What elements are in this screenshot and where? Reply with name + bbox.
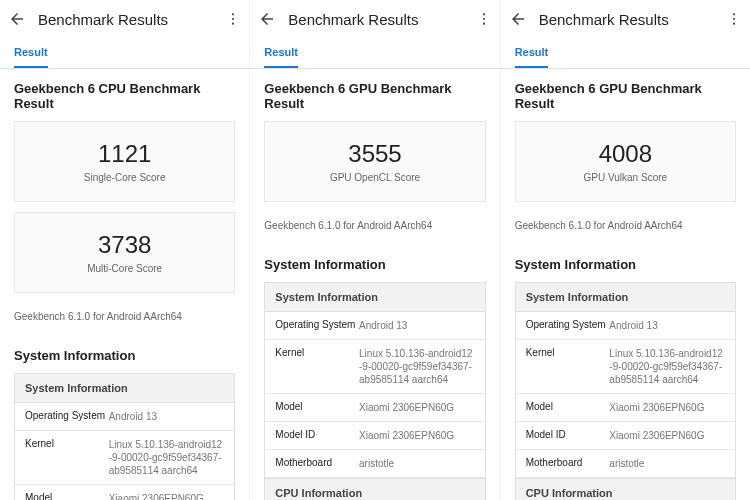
score-card: 3555 GPU OpenCL Score bbox=[264, 121, 485, 202]
info-row: Model Xiaomi 2306EPN60G bbox=[516, 394, 735, 422]
info-key: Model bbox=[526, 401, 610, 414]
tab-result[interactable]: Result bbox=[14, 38, 48, 68]
benchmark-panel: Benchmark Results Result Geekbench 6 CPU… bbox=[0, 0, 249, 500]
version-text: Geekbench 6.1.0 for Android AArch64 bbox=[0, 303, 249, 336]
system-info-table: Operating System Android 13 Kernel Linux… bbox=[515, 312, 736, 478]
info-key: Operating System bbox=[25, 410, 109, 423]
info-val: Xiaomi 2306EPN60G bbox=[109, 492, 225, 500]
score-card: 1121 Single-Core Score bbox=[14, 121, 235, 202]
back-arrow-icon[interactable] bbox=[8, 10, 26, 28]
tab-result[interactable]: Result bbox=[515, 38, 549, 68]
topbar: Benchmark Results bbox=[250, 0, 499, 38]
info-row: Model Xiaomi 2306EPN60G bbox=[265, 394, 484, 422]
info-key: Kernel bbox=[275, 347, 359, 386]
svg-point-3 bbox=[483, 13, 485, 15]
info-val: Android 13 bbox=[359, 319, 475, 332]
info-row: Kernel Linux 5.10.136-android12-9-00020-… bbox=[516, 340, 735, 394]
info-val: Linux 5.10.136-android12-9-00020-gc9f59e… bbox=[609, 347, 725, 386]
back-arrow-icon[interactable] bbox=[509, 10, 527, 28]
system-info-heading: System Information bbox=[501, 245, 750, 282]
svg-point-1 bbox=[232, 18, 234, 20]
svg-point-2 bbox=[232, 23, 234, 25]
tab-row: Result bbox=[0, 38, 249, 69]
result-title: Geekbench 6 GPU Benchmark Result bbox=[501, 69, 750, 121]
info-row: Motherboard aristotle bbox=[516, 450, 735, 478]
info-val: Linux 5.10.136-android12-9-00020-gc9f59e… bbox=[359, 347, 475, 386]
cpu-info-header: CPU Information bbox=[515, 478, 736, 500]
info-key: Model bbox=[275, 401, 359, 414]
info-key: Model ID bbox=[275, 429, 359, 442]
score-label: Single-Core Score bbox=[25, 172, 224, 183]
result-title: Geekbench 6 GPU Benchmark Result bbox=[250, 69, 499, 121]
info-val: Xiaomi 2306EPN60G bbox=[359, 429, 475, 442]
cpu-info-header: CPU Information bbox=[264, 478, 485, 500]
info-val: aristotle bbox=[609, 457, 725, 470]
score-label: Multi-Core Score bbox=[25, 263, 224, 274]
info-row: Kernel Linux 5.10.136-android12-9-00020-… bbox=[15, 431, 234, 485]
info-row: Model ID Xiaomi 2306EPN60G bbox=[265, 422, 484, 450]
info-key: Kernel bbox=[25, 438, 109, 477]
info-val: Android 13 bbox=[109, 410, 225, 423]
info-key: Motherboard bbox=[275, 457, 359, 470]
info-row: Kernel Linux 5.10.136-android12-9-00020-… bbox=[265, 340, 484, 394]
score-value: 3555 bbox=[275, 140, 474, 168]
svg-point-5 bbox=[483, 23, 485, 25]
tab-row: Result bbox=[250, 38, 499, 69]
scroll-content[interactable]: Geekbench 6 GPU Benchmark Result 3555 GP… bbox=[250, 69, 499, 500]
score-value: 1121 bbox=[25, 140, 224, 168]
svg-point-4 bbox=[483, 18, 485, 20]
more-options-icon[interactable] bbox=[476, 11, 492, 27]
version-text: Geekbench 6.1.0 for Android AArch64 bbox=[250, 212, 499, 245]
score-label: GPU OpenCL Score bbox=[275, 172, 474, 183]
info-val: Xiaomi 2306EPN60G bbox=[609, 429, 725, 442]
system-info-table: Operating System Android 13 Kernel Linux… bbox=[14, 403, 235, 500]
more-options-icon[interactable] bbox=[726, 11, 742, 27]
tab-result[interactable]: Result bbox=[264, 38, 298, 68]
svg-point-6 bbox=[733, 13, 735, 15]
score-value: 3738 bbox=[25, 231, 224, 259]
system-info-header: System Information bbox=[264, 282, 485, 312]
system-info-heading: System Information bbox=[0, 336, 249, 373]
info-row: Model ID Xiaomi 2306EPN60G bbox=[516, 422, 735, 450]
info-row: Operating System Android 13 bbox=[265, 312, 484, 340]
info-val: Android 13 bbox=[609, 319, 725, 332]
benchmark-panel: Benchmark Results Result Geekbench 6 GPU… bbox=[501, 0, 750, 500]
scroll-content[interactable]: Geekbench 6 CPU Benchmark Result 1121 Si… bbox=[0, 69, 249, 500]
topbar: Benchmark Results bbox=[501, 0, 750, 38]
info-val: Linux 5.10.136-android12-9-00020-gc9f59e… bbox=[109, 438, 225, 477]
back-arrow-icon[interactable] bbox=[258, 10, 276, 28]
info-row: Motherboard aristotle bbox=[265, 450, 484, 478]
info-key: Operating System bbox=[275, 319, 359, 332]
page-title: Benchmark Results bbox=[288, 11, 463, 28]
info-key: Kernel bbox=[526, 347, 610, 386]
info-key: Operating System bbox=[526, 319, 610, 332]
info-key: Motherboard bbox=[526, 457, 610, 470]
svg-point-8 bbox=[733, 23, 735, 25]
svg-point-7 bbox=[733, 18, 735, 20]
system-info-table: Operating System Android 13 Kernel Linux… bbox=[264, 312, 485, 478]
tab-row: Result bbox=[501, 38, 750, 69]
version-text: Geekbench 6.1.0 for Android AArch64 bbox=[501, 212, 750, 245]
result-title: Geekbench 6 CPU Benchmark Result bbox=[0, 69, 249, 121]
info-row: Operating System Android 13 bbox=[15, 403, 234, 431]
info-val: Xiaomi 2306EPN60G bbox=[609, 401, 725, 414]
info-key: Model ID bbox=[526, 429, 610, 442]
score-card: 3738 Multi-Core Score bbox=[14, 212, 235, 293]
info-row: Operating System Android 13 bbox=[516, 312, 735, 340]
system-info-header: System Information bbox=[14, 373, 235, 403]
info-row: Model Xiaomi 2306EPN60G bbox=[15, 485, 234, 500]
system-info-heading: System Information bbox=[250, 245, 499, 282]
scroll-content[interactable]: Geekbench 6 GPU Benchmark Result 4008 GP… bbox=[501, 69, 750, 500]
score-value: 4008 bbox=[526, 140, 725, 168]
more-options-icon[interactable] bbox=[225, 11, 241, 27]
benchmark-panel: Benchmark Results Result Geekbench 6 GPU… bbox=[250, 0, 499, 500]
score-label: GPU Vulkan Score bbox=[526, 172, 725, 183]
info-val: Xiaomi 2306EPN60G bbox=[359, 401, 475, 414]
topbar: Benchmark Results bbox=[0, 0, 249, 38]
page-title: Benchmark Results bbox=[38, 11, 213, 28]
info-key: Model bbox=[25, 492, 109, 500]
info-val: aristotle bbox=[359, 457, 475, 470]
svg-point-0 bbox=[232, 13, 234, 15]
page-title: Benchmark Results bbox=[539, 11, 714, 28]
system-info-header: System Information bbox=[515, 282, 736, 312]
